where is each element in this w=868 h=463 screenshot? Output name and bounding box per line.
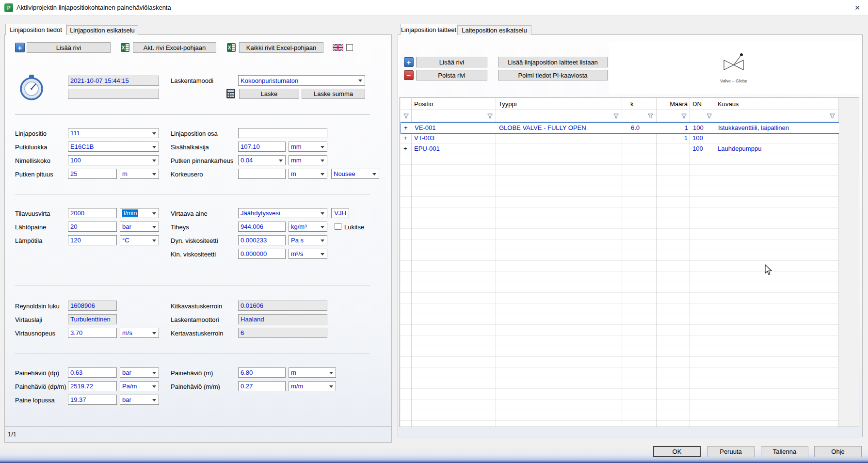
valve-preview-caption: Valve – Globe	[703, 79, 764, 83]
filter-funnel-icon[interactable]	[681, 113, 687, 119]
korkeusero-unit-select[interactable]: m	[289, 169, 327, 179]
table-row[interactable]: + EPU-001 100 Lauhdepumppu	[401, 144, 838, 154]
column-header-positio[interactable]: Positio	[414, 99, 433, 109]
painehavio-mm-label: Painehäviö (m/m)	[171, 382, 220, 392]
laske-summa-button[interactable]: Laske summa	[302, 89, 365, 99]
tab-linjaposition-tiedot[interactable]: Linjaposition tiedot	[5, 24, 66, 35]
painehavio-dpm-unit-select[interactable]: Pa/m	[120, 381, 159, 391]
virtausnopeus-input[interactable]	[68, 328, 117, 338]
table-row[interactable]: + VE-001 GLOBE VALVE - FULLY OPEN 6.0 1 …	[401, 122, 839, 134]
tab-linjaposition-laitteet[interactable]: Linjaposition laitteet	[400, 24, 457, 35]
active-row-to-excel-button[interactable]: Akt. rivi Excel-pohjaan	[133, 42, 216, 53]
excel-icon	[120, 43, 130, 52]
lampotila-unit-select[interactable]: °C	[120, 235, 159, 245]
painehavio-m-input[interactable]	[238, 367, 286, 378]
korkeusero-input[interactable]	[238, 169, 286, 179]
filter-funnel-icon[interactable]	[613, 113, 619, 119]
lahtopaine-input[interactable]	[68, 222, 117, 232]
fluid-code-badge: VJH	[331, 208, 349, 218]
paine-lopussa-input[interactable]	[68, 395, 117, 405]
pick-from-pi-diagram-button[interactable]: Poimi tiedot PI-kaaviosta	[498, 70, 608, 80]
row-expander[interactable]: +	[404, 123, 408, 133]
kin-viskositeetti-unit-select[interactable]: m²/s	[289, 249, 327, 259]
filter-funnel-icon[interactable]	[487, 113, 493, 119]
painehavio-dpm-input[interactable]	[68, 381, 117, 391]
save-button[interactable]: Tallenna	[761, 446, 808, 457]
sisahalkaisija-unit-select[interactable]: mm	[289, 142, 327, 152]
help-button[interactable]: Ohje	[814, 446, 862, 457]
tab-laiteposition-esikatselu[interactable]: Laiteposition esikatselu	[457, 25, 531, 35]
painehavio-mm-unit-select[interactable]: m/m	[289, 381, 336, 391]
filter-funnel-icon[interactable]	[403, 113, 409, 119]
uk-flag-icon[interactable]	[333, 44, 343, 51]
remove-device-row-icon-button[interactable]: −	[404, 70, 414, 80]
virtausnopeus-label: Virtausnopeus	[15, 328, 55, 338]
lukitse-checkbox[interactable]	[335, 223, 341, 230]
language-checkbox[interactable]	[346, 44, 353, 51]
divider	[15, 286, 370, 286]
nimelliskoko-select[interactable]: 100	[68, 155, 159, 165]
device-add-row-button[interactable]: Lisää rivi	[416, 57, 487, 67]
column-header-dn[interactable]: DN	[692, 99, 702, 109]
tilavuusvirta-input[interactable]	[68, 208, 117, 218]
laske-button[interactable]: Laske	[239, 89, 299, 99]
sisahalkaisija-input[interactable]	[238, 142, 286, 152]
lampotila-input[interactable]	[68, 235, 117, 245]
column-header-maara[interactable]: Määrä	[658, 99, 688, 109]
all-rows-to-excel-button[interactable]: Kaikki rivit Excel-pohjaan	[239, 42, 323, 53]
laskentamoodi-select[interactable]: Kokoonpuristumaton	[238, 75, 365, 86]
cancel-button[interactable]: Peruuta	[707, 446, 755, 457]
putken-pituus-unit-select[interactable]: m	[120, 169, 159, 179]
paine-lopussa-unit-select[interactable]: bar	[120, 395, 159, 405]
tiheys-unit-select[interactable]: kg/m³	[289, 222, 327, 232]
painehavio-dp-input[interactable]	[68, 367, 117, 378]
painehavio-mm-input[interactable]	[238, 381, 286, 391]
add-row-icon-button[interactable]: +	[15, 43, 25, 52]
column-header-tyyppi[interactable]: Tyyppi	[498, 99, 517, 109]
excel-icon	[226, 43, 236, 52]
add-devices-to-list-button[interactable]: Lisää linjaposition laitteet listaan	[498, 57, 608, 67]
add-device-row-icon-button[interactable]: +	[404, 57, 414, 67]
linjaposition-osa-input[interactable]	[238, 128, 327, 138]
korkeusero-label: Korkeusero	[171, 169, 203, 179]
globe-valve-symbol-icon	[703, 49, 764, 78]
tilavuusvirta-unit-select[interactable]: l/min	[120, 208, 159, 218]
pinnankarheus-unit-select[interactable]: mm	[289, 155, 327, 165]
sisahalkaisija-label: Sisähalkaisija	[171, 142, 209, 152]
valve-preview: Valve – Globe	[703, 49, 764, 91]
row-expander[interactable]: +	[403, 133, 407, 144]
painehavio-dpm-label: Painehäviö (dp/m)	[15, 382, 66, 392]
korkeusero-direction-select[interactable]: Nousee	[331, 169, 379, 179]
chevron-down-icon	[329, 372, 333, 374]
painehavio-dp-unit-select[interactable]: bar	[120, 367, 159, 378]
row-expander[interactable]: +	[403, 144, 407, 154]
add-row-button[interactable]: Lisää rivi	[27, 42, 111, 53]
putkiluokka-select[interactable]: E16C1B	[68, 142, 159, 152]
tab-linjaposition-esikatselu[interactable]: Linjaposition esikatselu	[66, 25, 138, 35]
calculator-icon[interactable]	[225, 88, 236, 99]
filter-funnel-icon[interactable]	[706, 113, 712, 119]
virtaava-aine-label: Virtaava aine	[171, 208, 208, 219]
dyn-viskositeetti-input[interactable]	[238, 235, 286, 245]
painehavio-m-unit-select[interactable]: m	[289, 367, 336, 378]
virtausnopeus-unit-select[interactable]: m/s	[120, 328, 159, 338]
column-header-k[interactable]: k	[630, 99, 634, 109]
lahtopaine-label: Lähtöpaine	[15, 222, 46, 232]
filter-funnel-icon[interactable]	[647, 113, 654, 119]
column-header-kuvaus[interactable]: Kuvaus	[718, 99, 739, 109]
filter-funnel-icon[interactable]	[829, 113, 836, 119]
putken-pituus-input[interactable]	[68, 169, 117, 179]
ok-button[interactable]: OK	[653, 446, 701, 457]
lahtopaine-unit-select[interactable]: bar	[120, 222, 159, 232]
device-remove-row-button[interactable]: Poista rivi	[416, 70, 487, 80]
close-icon[interactable]: ✕	[850, 2, 865, 14]
linjapositio-select[interactable]: 111	[68, 128, 159, 138]
table-row[interactable]: + VT-003 1 100	[401, 133, 838, 144]
pinnankarheus-select[interactable]: 0.04	[238, 155, 286, 165]
dyn-viskositeetti-label: Dyn. viskositeetti	[171, 236, 218, 246]
kin-viskositeetti-input[interactable]	[238, 249, 286, 259]
device-grid-columns-area: Positio Tyyppi k Määrä DN Kuvaus + VE-00…	[401, 98, 839, 427]
tiheys-input[interactable]	[238, 222, 286, 232]
virtaava-aine-select[interactable]: Jäähdytysvesi	[238, 208, 327, 218]
dyn-viskositeetti-unit-select[interactable]: Pa s	[289, 235, 327, 245]
